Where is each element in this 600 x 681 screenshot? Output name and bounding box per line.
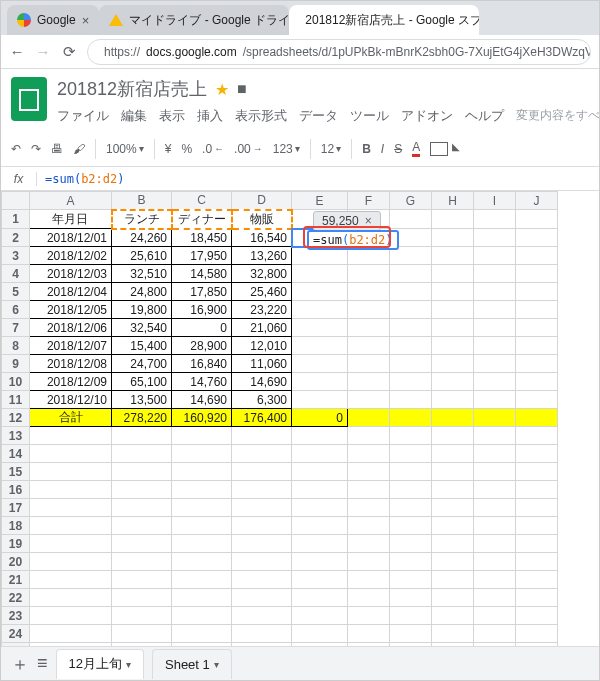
forward-icon[interactable]: → xyxy=(35,44,51,60)
row-header[interactable]: 13 xyxy=(2,427,30,445)
cell[interactable] xyxy=(474,283,516,301)
col-header-B[interactable]: B xyxy=(112,192,172,210)
row-header[interactable]: 5 xyxy=(2,283,30,301)
cell[interactable] xyxy=(390,535,432,553)
cell[interactable] xyxy=(292,391,348,409)
row-header[interactable]: 14 xyxy=(2,445,30,463)
col-header-A[interactable]: A xyxy=(30,192,112,210)
cell[interactable]: 2018/12/09 xyxy=(30,373,112,391)
col-header-J[interactable]: J xyxy=(516,192,558,210)
cell[interactable] xyxy=(348,553,390,571)
cell[interactable] xyxy=(30,445,112,463)
cell[interactable]: 14,690 xyxy=(172,391,232,409)
cell[interactable] xyxy=(516,571,558,589)
cell[interactable] xyxy=(516,301,558,319)
cell[interactable] xyxy=(348,355,390,373)
cell[interactable] xyxy=(172,625,232,643)
row-header[interactable]: 22 xyxy=(2,589,30,607)
browser-tab-drive[interactable]: マイドライブ - Google ドライブ × xyxy=(99,5,289,35)
cell[interactable] xyxy=(172,481,232,499)
cell[interactable] xyxy=(432,589,474,607)
cell[interactable] xyxy=(292,607,348,625)
sheet-tab[interactable]: Sheet 1▾ xyxy=(152,649,232,679)
cell[interactable] xyxy=(232,625,292,643)
cell[interactable] xyxy=(432,355,474,373)
cell[interactable] xyxy=(348,589,390,607)
cell[interactable] xyxy=(112,589,172,607)
cell[interactable] xyxy=(474,463,516,481)
cell[interactable] xyxy=(172,427,232,445)
cell[interactable] xyxy=(432,607,474,625)
cell[interactable]: 14,690 xyxy=(232,373,292,391)
row-header[interactable]: 18 xyxy=(2,517,30,535)
row-header[interactable]: 9 xyxy=(2,355,30,373)
cell[interactable] xyxy=(516,391,558,409)
zoom-select[interactable]: 100% ▾ xyxy=(106,142,144,156)
cell[interactable] xyxy=(172,517,232,535)
cell[interactable]: 年月日 xyxy=(30,210,112,229)
cell[interactable] xyxy=(30,535,112,553)
cell[interactable]: 2018/12/03 xyxy=(30,265,112,283)
cell[interactable] xyxy=(292,499,348,517)
cell[interactable] xyxy=(474,391,516,409)
document-title[interactable]: 201812新宿店売上 xyxy=(57,77,207,101)
browser-tab-google[interactable]: Google × xyxy=(7,5,99,35)
cell[interactable] xyxy=(232,607,292,625)
cell[interactable] xyxy=(172,499,232,517)
cell[interactable]: 14,760 xyxy=(172,373,232,391)
cell[interactable]: 278,220 xyxy=(112,409,172,427)
cell[interactable] xyxy=(432,535,474,553)
cell[interactable] xyxy=(390,210,432,229)
cell[interactable] xyxy=(30,553,112,571)
cell[interactable] xyxy=(30,625,112,643)
cell[interactable] xyxy=(432,210,474,229)
decrease-decimal-button[interactable]: .0← xyxy=(202,142,224,156)
cell[interactable]: 物販 xyxy=(232,210,292,229)
cell[interactable] xyxy=(516,319,558,337)
cell[interactable] xyxy=(390,589,432,607)
menu-addons[interactable]: アドオン xyxy=(401,107,453,125)
changes-saved-text[interactable]: 変更内容をすべてド xyxy=(516,107,600,125)
cell[interactable] xyxy=(390,607,432,625)
cell[interactable] xyxy=(292,463,348,481)
cell[interactable] xyxy=(348,319,390,337)
cell[interactable] xyxy=(432,463,474,481)
row-header[interactable]: 8 xyxy=(2,337,30,355)
cell[interactable]: 18,450 xyxy=(172,229,232,247)
cell[interactable] xyxy=(348,265,390,283)
row-header[interactable]: 4 xyxy=(2,265,30,283)
cell[interactable] xyxy=(172,445,232,463)
cell[interactable]: 合計 xyxy=(30,409,112,427)
cell[interactable] xyxy=(348,301,390,319)
cell[interactable]: 16,900 xyxy=(172,301,232,319)
back-icon[interactable]: ← xyxy=(9,44,25,60)
cell[interactable] xyxy=(516,373,558,391)
cell[interactable] xyxy=(432,265,474,283)
cell[interactable] xyxy=(172,589,232,607)
cell[interactable] xyxy=(232,499,292,517)
cell[interactable] xyxy=(432,481,474,499)
col-header-E[interactable]: E xyxy=(292,192,348,210)
cell[interactable] xyxy=(390,283,432,301)
cell[interactable] xyxy=(474,210,516,229)
cell[interactable] xyxy=(348,607,390,625)
cell[interactable] xyxy=(30,571,112,589)
sheets-logo-icon[interactable] xyxy=(11,77,47,121)
cell[interactable] xyxy=(292,589,348,607)
cell[interactable] xyxy=(390,625,432,643)
cell[interactable]: 11,060 xyxy=(232,355,292,373)
cell[interactable] xyxy=(232,427,292,445)
folder-icon[interactable]: ■ xyxy=(237,80,247,98)
cell[interactable] xyxy=(516,229,558,247)
active-cell-formula[interactable]: =sum(b2:d2) xyxy=(307,230,399,250)
menu-insert[interactable]: 挿入 xyxy=(197,107,223,125)
cell[interactable] xyxy=(516,265,558,283)
cell[interactable] xyxy=(292,319,348,337)
cell[interactable] xyxy=(390,553,432,571)
cell[interactable] xyxy=(292,481,348,499)
cell[interactable] xyxy=(232,589,292,607)
row-header[interactable]: 16 xyxy=(2,481,30,499)
row-header[interactable]: 21 xyxy=(2,571,30,589)
row-header[interactable]: 3 xyxy=(2,247,30,265)
cell[interactable]: 2018/12/04 xyxy=(30,283,112,301)
